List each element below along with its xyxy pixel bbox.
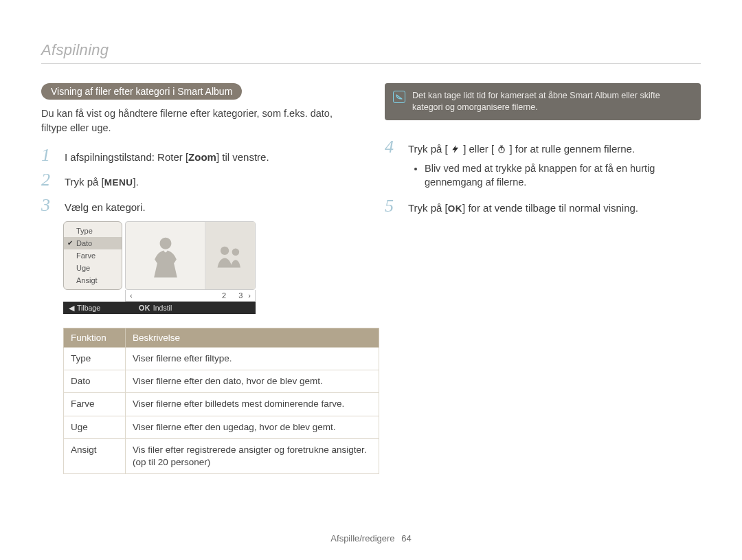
people-silhouette-icon (215, 243, 245, 268)
set-label: Indstil (153, 304, 172, 312)
th-description: Beskrivelse (126, 328, 379, 347)
category-menu: Type Dato Farve Uge Ansigt (63, 221, 122, 290)
intro-paragraph: Du kan få vist og håndtere filerne efter… (41, 107, 357, 135)
footer-section: Afspille/redigere (330, 533, 394, 544)
cell-desc: Viser filerne efter den dato, hvor de bl… (126, 370, 379, 393)
step2-text-pre: Tryk på [ (65, 176, 104, 188)
pager-page-2: 2 (222, 291, 226, 300)
menu-item-dato: Dato (64, 237, 122, 249)
step1-bold: Zoom (188, 151, 216, 163)
svg-point-0 (221, 247, 229, 255)
smart-album-diagram: Type Dato Farve Uge Ansigt (63, 221, 256, 314)
subheading-pill: Visning af filer efter kategori i Smart … (41, 83, 242, 100)
pager-next-icon: › (248, 291, 251, 300)
cell-desc: Viser filerne efter den ugedag, hvor de … (126, 416, 379, 438)
step4-pre: Tryk på [ (408, 143, 448, 155)
step5-post: ] for at vende tilbage til normal visnin… (462, 202, 638, 214)
cell-func: Farve (64, 393, 126, 416)
step-number: 4 (385, 138, 398, 156)
step-3: 3 Vælg en kategori. (41, 197, 357, 214)
svg-point-1 (232, 248, 240, 256)
title-rule (41, 63, 701, 64)
note-icon (393, 91, 405, 103)
flash-icon (451, 143, 460, 153)
bottom-softkey-bar: ◀ Tilbage OK Indstil (63, 302, 256, 314)
ok-key-label: OK (139, 304, 150, 312)
left-column: Visning af filer efter kategori i Smart … (41, 83, 357, 474)
note-box: Det kan tage lidt tid for kameraet at åb… (385, 83, 701, 120)
page-footer: Afspille/redigere 64 (0, 533, 742, 544)
table-row: Type Viser filerne efter filtype. (64, 347, 379, 370)
note-text: Det kan tage lidt tid for kameraet at åb… (412, 90, 691, 113)
step4-bullet-1: Bliv ved med at trykke på knappen for at… (425, 161, 701, 190)
table-row: Ansigt Vis filer efter registrerede ansi… (64, 438, 379, 473)
table-header-row: Funktion Beskrivelse (64, 328, 379, 347)
step1-text-post: ] til venstre. (216, 151, 269, 163)
section-title: Afspilning (41, 41, 701, 59)
cell-func: Ansigt (64, 438, 126, 473)
pager-page-3: 3 (238, 291, 243, 300)
pager-row: ‹ 2 3 › (125, 290, 256, 302)
step4-bullets: Bliv ved med at trykke på knappen for at… (425, 161, 701, 190)
cell-func: Type (64, 347, 126, 370)
function-table: Funktion Beskrivelse Type Viser filerne … (63, 328, 379, 474)
step-number: 5 (385, 197, 398, 215)
step4-mid: ] eller [ (463, 143, 494, 155)
cell-func: Dato (64, 370, 126, 393)
step4-post: ] for at rulle gennem filerne. (510, 143, 636, 155)
back-glyph-icon: ◀ (69, 304, 74, 312)
menu-key-label: MENU (104, 177, 133, 188)
th-function: Funktion (64, 328, 126, 347)
ok-key-label: OK (448, 203, 462, 214)
step5-pre: Tryk på [ (408, 202, 448, 214)
step1-text-pre: I afspilningstilstand: Roter [ (65, 151, 188, 163)
table-row: Uge Viser filerne efter den ugedag, hvor… (64, 416, 379, 438)
step-5: 5 Tryk på [OK] for at vende tilbage til … (385, 197, 701, 216)
pager-prev-icon: ‹ (130, 291, 133, 300)
footer-page-number: 64 (401, 533, 411, 544)
step-4: 4 Tryk på [ ] eller [ ] for at rulle gen… (385, 138, 701, 156)
back-label: Tilbage (77, 304, 100, 312)
menu-item-farve: Farve (64, 249, 122, 262)
menu-item-uge: Uge (64, 262, 122, 274)
step2-text-post: ]. (133, 176, 139, 188)
cell-desc: Viser filerne efter billedets mest domin… (126, 393, 379, 416)
step-1: 1 I afspilningstilstand: Roter [Zoom] ti… (41, 146, 357, 164)
timer-icon (497, 143, 506, 153)
table-row: Dato Viser filerne efter den dato, hvor … (64, 370, 379, 393)
step-number: 3 (41, 197, 55, 214)
menu-item-type: Type (64, 225, 122, 237)
cell-desc: Vis filer efter registrerede ansigter og… (126, 438, 379, 473)
step-number: 2 (41, 171, 55, 189)
cell-func: Uge (64, 416, 126, 438)
person-silhouette-icon (146, 229, 185, 282)
right-column: Det kan tage lidt tid for kameraet at åb… (385, 83, 701, 474)
step-2: 2 Tryk på [MENU]. (41, 171, 357, 190)
table-row: Farve Viser filerne efter billedets mest… (64, 393, 379, 416)
step3-text: Vælg en kategori. (65, 200, 146, 214)
cell-desc: Viser filerne efter filtype. (126, 347, 379, 370)
menu-item-ansigt: Ansigt (64, 274, 122, 287)
preview-pane (125, 221, 256, 290)
step-number: 1 (41, 146, 55, 164)
